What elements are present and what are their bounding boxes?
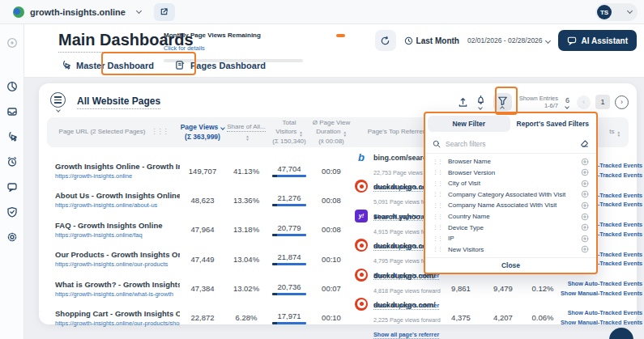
chevron-down-icon bbox=[565, 104, 570, 109]
floating-chat-button[interactable] bbox=[609, 328, 633, 339]
drag-handle-icon[interactable]: ⋮⋮ bbox=[433, 180, 442, 187]
period-label: Last Month bbox=[416, 36, 459, 45]
open-site-button[interactable] bbox=[154, 3, 175, 21]
sidebar-inbox-icon[interactable] bbox=[6, 106, 18, 117]
external-link-icon bbox=[160, 7, 168, 16]
column-duration[interactable]: Ø Page View Duration▲▼ (x̄ 00:08) bbox=[311, 119, 352, 146]
column-visitors[interactable]: Total Visitors▲▼ (Σ 150,340) bbox=[267, 119, 311, 146]
add-filter-icon[interactable] bbox=[581, 213, 589, 221]
clear-filters-icon[interactable] bbox=[580, 139, 589, 148]
page-url-link[interactable]: https://growth-insights.online/our-produ… bbox=[55, 261, 180, 268]
sidebar-alerts-icon[interactable] bbox=[6, 156, 18, 167]
add-filter-icon[interactable] bbox=[581, 201, 589, 210]
quota-details-link[interactable]: Click for details bbox=[164, 44, 205, 52]
sidebar-verification-icon[interactable] bbox=[6, 206, 18, 218]
column-page-url[interactable]: Page URL (2 Selected Pages) ⋮⋮⋮ bbox=[47, 128, 180, 136]
next-page-button[interactable]: › bbox=[615, 95, 629, 109]
column-share[interactable]: Share of All...▲▼ bbox=[225, 123, 267, 141]
tab-master-label: Master Dashboard bbox=[76, 61, 154, 70]
sidebar-dashboards-icon[interactable] bbox=[6, 81, 18, 92]
page-views-cell: 48,623 bbox=[180, 196, 225, 205]
filter-item[interactable]: ⋮⋮ Browser Name bbox=[433, 158, 589, 166]
filter-item[interactable]: ⋮⋮ Country Name bbox=[433, 213, 589, 221]
add-filter-icon[interactable] bbox=[581, 180, 589, 188]
prev-page-button[interactable]: ‹ bbox=[577, 95, 591, 109]
column-visitors-label-2: Visitors bbox=[275, 128, 296, 135]
date-range-picker[interactable]: 02/01/2026 - 02/28/2026 bbox=[467, 36, 550, 44]
add-filter-icon[interactable] bbox=[581, 190, 589, 198]
drag-handle-icon[interactable]: ⋮⋮ bbox=[433, 169, 442, 176]
popup-close-button[interactable]: Close bbox=[425, 257, 596, 273]
filter-item[interactable]: ⋮⋮ Browser Version bbox=[433, 168, 589, 176]
share-cell: 13.18% bbox=[225, 225, 267, 234]
drag-handle-icon[interactable]: ⋮⋮ bbox=[433, 191, 442, 197]
column-page-views[interactable]: Page Views (Σ 363,999) bbox=[180, 123, 225, 141]
bell-icon bbox=[476, 95, 486, 105]
tab-master-dashboard[interactable]: Master Dashboard bbox=[61, 60, 154, 70]
drag-handle-icon[interactable]: ⋮⋮ bbox=[433, 224, 442, 231]
column-events-partial-label: ts bbox=[609, 128, 614, 135]
filter-button[interactable] bbox=[493, 93, 512, 111]
refresh-button[interactable] bbox=[375, 30, 396, 51]
drag-handle-icon[interactable]: ⋮⋮ bbox=[433, 159, 442, 165]
page-url-link[interactable]: https://growth-insights.online bbox=[55, 172, 180, 180]
sidebar-settings-icon[interactable] bbox=[6, 231, 18, 243]
show-referrers-link[interactable]: Show all page's referrer bbox=[373, 331, 439, 339]
show-auto-tracked-events-link[interactable]: Show Auto-Tracked Events bbox=[561, 308, 642, 318]
page-url-link[interactable]: https://growth-insights.online/faq bbox=[55, 231, 180, 239]
filter-item[interactable]: ⋮⋮ City of Visit bbox=[433, 180, 589, 188]
show-manual-tracked-events-link[interactable]: Show Manual-Tracked Events bbox=[561, 289, 642, 299]
current-page[interactable]: 1 bbox=[595, 95, 610, 109]
alerts-button[interactable] bbox=[476, 95, 486, 109]
sidebar-chat-icon[interactable] bbox=[6, 181, 18, 193]
extra-cell-1: 9,861 bbox=[441, 284, 481, 293]
page-size-dropdown[interactable]: 6 bbox=[565, 96, 569, 108]
column-drag-handle-icon[interactable]: ⋮⋮⋮ bbox=[151, 128, 168, 136]
page-url-link[interactable]: https://growth-insights.online/about-us bbox=[55, 201, 180, 209]
tab-pages-dashboard[interactable]: Pages Dashboard bbox=[175, 60, 266, 70]
filter-item[interactable]: ⋮⋮ IP bbox=[433, 235, 589, 243]
user-menu[interactable]: TS bbox=[595, 3, 638, 21]
sidebar-click-tracking-icon[interactable] bbox=[6, 131, 18, 142]
chevron-down-icon[interactable] bbox=[136, 7, 142, 13]
column-share-label: Share of All... bbox=[227, 123, 266, 132]
extra-cell-3: 0.12% bbox=[525, 284, 561, 293]
page-url-link[interactable]: https://growth-insights.online/what-is-g… bbox=[55, 290, 180, 298]
drag-handle-icon[interactable]: ⋮⋮ bbox=[433, 246, 442, 252]
filter-item[interactable]: ⋮⋮ Company Name Associated With Visit bbox=[433, 201, 589, 210]
ai-assistant-label: AI Assistant bbox=[582, 36, 628, 45]
popup-tab-saved-filters[interactable]: Report's Saved Filters bbox=[512, 116, 595, 132]
page-url-link[interactable]: https://growth-insights.online/our-produ… bbox=[55, 320, 180, 327]
table-menu-button[interactable] bbox=[50, 92, 66, 112]
ai-assistant-button[interactable]: AI Assistant bbox=[558, 30, 637, 51]
sidebar-collapse-icon[interactable] bbox=[6, 37, 18, 49]
export-button[interactable] bbox=[458, 97, 468, 108]
add-filter-icon[interactable] bbox=[581, 223, 589, 231]
export-icon bbox=[458, 97, 468, 108]
site-favicon-icon bbox=[13, 6, 24, 18]
add-filter-icon[interactable] bbox=[581, 235, 589, 243]
add-filter-icon[interactable] bbox=[581, 158, 589, 166]
shown-entries-label: Shown Entries bbox=[519, 95, 558, 102]
chevron-up-icon bbox=[500, 106, 505, 111]
add-filter-icon[interactable] bbox=[581, 245, 589, 253]
filter-item[interactable]: ⋮⋮ Company Category Associated With Visi… bbox=[433, 190, 589, 198]
page-views-cell: 149,707 bbox=[180, 167, 225, 176]
popup-tab-new-filter[interactable]: New Filter bbox=[428, 116, 510, 132]
show-manual-tracked-events-link[interactable]: Show Manual-Tracked Events bbox=[561, 318, 642, 328]
filter-item[interactable]: ⋮⋮ Device Type bbox=[433, 223, 589, 231]
drag-handle-icon[interactable]: ⋮⋮ bbox=[433, 235, 442, 242]
domain-selector[interactable]: growth-insights.online bbox=[30, 7, 126, 17]
filter-item[interactable]: ⋮⋮ New Visitors bbox=[433, 245, 589, 253]
drag-handle-icon[interactable]: ⋮⋮ bbox=[433, 202, 442, 209]
card-title: All Website Pages bbox=[77, 95, 160, 109]
show-auto-tracked-events-link[interactable]: Show Auto-Tracked Events bbox=[561, 279, 642, 289]
add-filter-icon[interactable] bbox=[581, 168, 589, 176]
filter-item-label: Device Type bbox=[448, 224, 484, 231]
referrer-icon bbox=[355, 210, 368, 222]
filter-search-input[interactable] bbox=[446, 140, 575, 148]
visitors-value: 21,874 bbox=[277, 252, 301, 261]
period-selector[interactable]: Last Month bbox=[404, 36, 459, 45]
drag-handle-icon[interactable]: ⋮⋮ bbox=[433, 214, 442, 220]
page-title-cell: What is Growth? - Growth Insights Online bbox=[55, 280, 180, 289]
